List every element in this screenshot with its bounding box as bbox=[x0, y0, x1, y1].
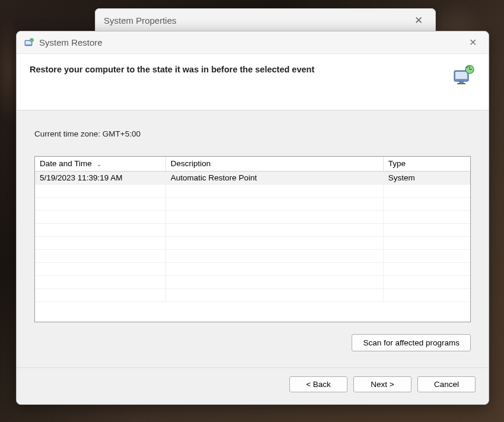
body-section: Current time zone: GMT+5:00 Date and Tim… bbox=[17, 110, 489, 367]
restore-points-table: Date and Time ⌄ Description Type 5/19/20… bbox=[34, 156, 471, 322]
system-restore-window: System Restore ✕ Restore your computer t… bbox=[16, 31, 489, 405]
svg-rect-4 bbox=[455, 72, 467, 79]
table-row: . bbox=[35, 249, 470, 262]
footer-section: < Back Next > Cancel bbox=[17, 367, 489, 404]
cancel-button[interactable]: Cancel bbox=[417, 376, 476, 392]
table-row: . bbox=[35, 197, 470, 210]
timezone-label: Current time zone: GMT+5:00 bbox=[34, 129, 471, 138]
svg-rect-6 bbox=[457, 83, 465, 84]
back-button[interactable]: < Back bbox=[289, 376, 347, 392]
cell-date: 5/19/2023 11:39:19 AM bbox=[35, 171, 165, 184]
column-header-description-label: Description bbox=[171, 159, 211, 168]
window-title: System Restore bbox=[39, 37, 464, 47]
system-restore-icon bbox=[24, 37, 34, 48]
close-icon[interactable]: ✕ bbox=[464, 37, 481, 48]
column-header-description[interactable]: Description bbox=[165, 157, 383, 171]
scan-affected-programs-button[interactable]: Scan for affected programs bbox=[352, 334, 471, 351]
table-row: . bbox=[35, 236, 470, 249]
titlebar: System Restore ✕ bbox=[17, 31, 489, 54]
table-row: . bbox=[35, 210, 470, 223]
parent-window-titlebar: System Properties ✕ bbox=[95, 8, 436, 32]
table-row: . bbox=[35, 262, 470, 275]
table-row: . bbox=[35, 275, 470, 288]
table-row: . bbox=[35, 184, 470, 197]
table-row: . bbox=[35, 223, 470, 236]
cell-description: Automatic Restore Point bbox=[165, 171, 383, 184]
parent-close-icon[interactable]: ✕ bbox=[410, 14, 427, 27]
table-row[interactable]: 5/19/2023 11:39:19 AM Automatic Restore … bbox=[35, 171, 470, 184]
column-header-type[interactable]: Type bbox=[383, 157, 470, 171]
restore-wizard-icon bbox=[452, 65, 476, 86]
svg-rect-5 bbox=[459, 81, 464, 83]
column-header-date-label: Date and Time bbox=[40, 159, 92, 168]
cell-type: System bbox=[383, 171, 470, 184]
next-button[interactable]: Next > bbox=[353, 376, 412, 392]
page-title: Restore your computer to the state it wa… bbox=[30, 65, 314, 74]
table-row: . bbox=[35, 288, 470, 302]
header-section: Restore your computer to the state it wa… bbox=[17, 54, 489, 110]
column-header-type-label: Type bbox=[388, 159, 406, 168]
sort-desc-icon: ⌄ bbox=[97, 161, 101, 167]
parent-window-title: System Properties bbox=[104, 15, 410, 26]
column-header-date[interactable]: Date and Time ⌄ bbox=[35, 157, 165, 171]
